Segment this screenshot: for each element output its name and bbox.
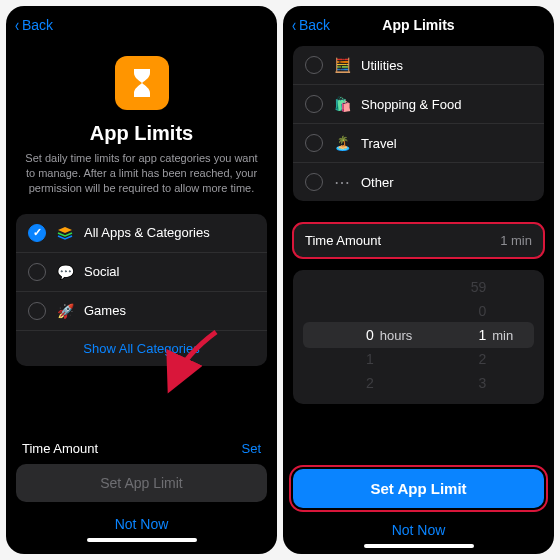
not-now-link[interactable]: Not Now [283, 516, 554, 540]
back-label: Back [299, 17, 330, 33]
hours-wheel[interactable]: 0 1 2 [314, 275, 374, 395]
radio-icon [305, 56, 323, 74]
category-row-utilities[interactable]: 🧮 Utilities [293, 46, 544, 85]
category-row-social[interactable]: 💬 Social [16, 253, 267, 292]
hero: App Limits Set daily time limits for app… [6, 44, 277, 206]
ellipsis-icon: ⋯ [333, 173, 351, 191]
category-row-travel[interactable]: 🏝️ Travel [293, 124, 544, 163]
category-list: 🧮 Utilities 🛍️ Shopping & Food 🏝️ Travel… [293, 46, 544, 201]
screen-left: ‹ Back App Limits Set daily time limits … [6, 6, 277, 554]
category-label: Travel [361, 136, 397, 151]
back-button[interactable]: ‹ Back [291, 16, 330, 34]
hours-label: hours [380, 328, 413, 343]
calculator-icon: 🧮 [333, 56, 351, 74]
home-indicator [87, 538, 197, 542]
hourglass-icon [128, 67, 156, 99]
page-title: App Limits [24, 122, 259, 145]
set-app-limit-button: Set App Limit [16, 464, 267, 502]
screen-right: ‹ Back App Limits 🧮 Utilities 🛍️ Shoppin… [283, 6, 554, 554]
radio-icon [305, 134, 323, 152]
category-row-all[interactable]: All Apps & Categories [16, 214, 267, 253]
radio-checked-icon [28, 224, 46, 242]
nav-bar: ‹ Back App Limits [283, 6, 554, 44]
time-amount-label: Time Amount [22, 441, 98, 456]
set-app-limit-button[interactable]: Set App Limit [293, 469, 544, 508]
chevron-left-icon: ‹ [15, 16, 19, 34]
time-amount-section[interactable]: Time Amount 1 min [293, 223, 544, 258]
category-row-other[interactable]: ⋯ Other [293, 163, 544, 201]
category-label: Shopping & Food [361, 97, 461, 112]
radio-icon [28, 263, 46, 281]
minutes-wheel[interactable]: 59 0 1 2 3 [426, 275, 486, 395]
time-amount-row[interactable]: Time Amount Set [16, 431, 267, 464]
category-label: All Apps & Categories [84, 225, 210, 240]
category-label: Other [361, 175, 394, 190]
nav-bar: ‹ Back [6, 6, 277, 44]
time-picker[interactable]: 0 1 2 hours 59 0 1 2 3 min [293, 270, 544, 404]
chevron-left-icon: ‹ [292, 16, 296, 34]
page-description: Set daily time limits for app categories… [24, 151, 259, 196]
category-label: Utilities [361, 58, 403, 73]
bottom-group: Time Amount Set Set App Limit Not Now [6, 431, 277, 554]
category-row-shopping[interactable]: 🛍️ Shopping & Food [293, 85, 544, 124]
back-button[interactable]: ‹ Back [14, 16, 53, 34]
radio-icon [28, 302, 46, 320]
set-link[interactable]: Set [241, 441, 261, 456]
not-now-link[interactable]: Not Now [16, 510, 267, 534]
chat-icon: 💬 [56, 263, 74, 281]
app-limits-app-icon [115, 56, 169, 110]
radio-icon [305, 95, 323, 113]
time-amount-value: 1 min [500, 233, 532, 248]
shopping-bag-icon: 🛍️ [333, 95, 351, 113]
category-label: Games [84, 303, 126, 318]
category-label: Social [84, 264, 119, 279]
island-icon: 🏝️ [333, 134, 351, 152]
layers-icon [56, 224, 74, 242]
min-label: min [492, 328, 513, 343]
category-row-games[interactable]: 🚀 Games [16, 292, 267, 331]
radio-icon [305, 173, 323, 191]
show-all-categories-link[interactable]: Show All Categories [16, 331, 267, 366]
home-indicator [364, 544, 474, 548]
time-amount-label: Time Amount [305, 233, 381, 248]
rocket-icon: 🚀 [56, 302, 74, 320]
back-label: Back [22, 17, 53, 33]
category-list: All Apps & Categories 💬 Social 🚀 Games S… [16, 214, 267, 366]
